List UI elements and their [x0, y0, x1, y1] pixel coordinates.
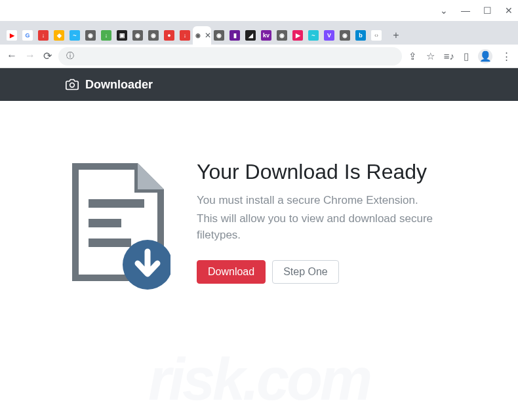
browser-tab[interactable]: b — [353, 26, 369, 45]
bookmark-star-icon[interactable]: ☆ — [426, 50, 435, 62]
favicon-icon: ↓ — [101, 30, 111, 41]
favicon-icon: ▣ — [117, 30, 127, 41]
profile-avatar-icon[interactable]: 👤 — [478, 49, 492, 64]
browser-tab[interactable]: ▣ — [114, 26, 130, 45]
browser-tab[interactable]: ◉ — [211, 26, 227, 45]
favicon-icon: kv — [261, 30, 271, 41]
tab-close-icon[interactable]: ✕ — [205, 31, 211, 40]
browser-tab[interactable]: ● — [161, 26, 177, 45]
playlist-icon[interactable]: ≡♪ — [444, 50, 454, 62]
tab-strip: ▶G↓◆~◉↓▣◉◉●↓◉✕◉▮◢kv◉▶~V◉b‹›+ — [0, 21, 518, 45]
button-row: Download Step One — [197, 260, 452, 284]
browser-tab[interactable]: G — [20, 26, 35, 45]
svg-rect-3 — [89, 239, 131, 247]
camera-icon — [66, 78, 79, 91]
share-icon[interactable]: ⇪ — [408, 50, 417, 62]
download-button[interactable]: Download — [197, 260, 266, 284]
favicon-icon: ● — [164, 30, 174, 41]
watermark-text: risk.com — [0, 346, 518, 413]
browser-tab[interactable]: ~ — [306, 26, 321, 45]
svg-rect-2 — [89, 219, 121, 227]
browser-tab[interactable]: ◉ — [274, 26, 290, 45]
browser-tab[interactable]: ◆ — [51, 26, 67, 45]
url-input[interactable]: ⓘ — [58, 47, 402, 66]
browser-tab[interactable]: ~ — [67, 26, 83, 45]
side-panel-icon[interactable]: ▯ — [464, 50, 469, 62]
favicon-icon: ‹› — [371, 30, 382, 41]
svg-rect-1 — [89, 199, 144, 208]
favicon-icon: b — [355, 30, 366, 41]
window-close-icon[interactable]: ✕ — [505, 5, 513, 16]
favicon-icon: ◉ — [193, 30, 203, 41]
document-download-icon — [66, 160, 170, 291]
browser-tab[interactable]: ▶ — [290, 26, 306, 45]
favicon-icon: V — [324, 30, 334, 41]
favicon-icon: ◉ — [277, 30, 287, 41]
favicon-icon: ~ — [70, 30, 80, 41]
new-tab-button[interactable]: + — [387, 26, 405, 45]
address-bar: ← → ⟳ ⓘ ⇪ ☆ ≡♪ ▯ 👤 ⋮ — [0, 45, 518, 68]
svg-point-0 — [70, 83, 75, 88]
chrome-menu-icon[interactable]: ⋮ — [502, 50, 511, 62]
desc-line-1: You must install a secure Chrome Extensi… — [197, 192, 452, 209]
browser-tab[interactable]: ◉ — [337, 26, 353, 45]
main-content: Your Download Is Ready You must install … — [0, 101, 518, 291]
toolbar-right: ⇪ ☆ ≡♪ ▯ 👤 ⋮ — [408, 49, 511, 64]
browser-tab[interactable]: ↓ — [98, 26, 114, 45]
brand-label: Downloader — [85, 78, 153, 92]
browser-tab[interactable]: ▮ — [227, 26, 243, 45]
reload-icon[interactable]: ⟳ — [43, 50, 52, 62]
favicon-icon: ▶ — [7, 30, 17, 41]
favicon-icon: ↓ — [38, 30, 49, 41]
favicon-icon: ◉ — [85, 30, 96, 41]
favicon-icon: ▮ — [229, 30, 240, 41]
favicon-icon: ~ — [308, 30, 319, 41]
favicon-icon: ▶ — [292, 30, 303, 41]
favicon-icon: ◉ — [214, 30, 224, 41]
step-one-button[interactable]: Step One — [272, 260, 339, 284]
favicon-icon: ↓ — [180, 30, 190, 41]
window-minimize-icon[interactable]: — — [461, 5, 470, 16]
brand: Downloader — [66, 78, 153, 92]
browser-tab[interactable]: ◢ — [243, 26, 258, 45]
browser-tab[interactable]: ◉✕ — [193, 26, 211, 45]
window-maximize-icon[interactable]: ☐ — [483, 5, 492, 16]
favicon-icon: ◉ — [148, 30, 159, 41]
forward-icon[interactable]: → — [25, 50, 35, 62]
page-header: Downloader — [0, 68, 518, 101]
browser-tab[interactable]: V — [321, 26, 337, 45]
text-block: Your Download Is Ready You must install … — [197, 160, 452, 284]
nav-buttons: ← → ⟳ — [7, 50, 52, 62]
site-info-icon[interactable]: ⓘ — [66, 50, 74, 62]
favicon-icon: ◆ — [54, 30, 64, 41]
favicon-icon: G — [22, 30, 33, 41]
window-dropdown-icon[interactable]: ⌄ — [440, 5, 448, 16]
back-icon[interactable]: ← — [7, 50, 17, 62]
browser-tab[interactable]: ↓ — [35, 26, 51, 45]
browser-tab[interactable]: ◉ — [83, 26, 98, 45]
browser-tab[interactable]: ↓ — [177, 26, 193, 45]
favicon-icon: ◉ — [132, 30, 143, 41]
browser-tab[interactable]: ◉ — [146, 26, 161, 45]
favicon-icon: ◢ — [245, 30, 256, 41]
favicon-icon: ◉ — [340, 30, 350, 41]
browser-tab[interactable]: ◉ — [130, 26, 146, 45]
window-titlebar: ⌄ — ☐ ✕ — [0, 0, 518, 21]
page-title: Your Download Is Ready — [197, 160, 452, 184]
browser-tab[interactable]: ‹› — [369, 26, 384, 45]
browser-tab[interactable]: ▶ — [4, 26, 20, 45]
desc-line-2: This will allow you to view and download… — [197, 210, 452, 244]
browser-tab[interactable]: kv — [258, 26, 274, 45]
